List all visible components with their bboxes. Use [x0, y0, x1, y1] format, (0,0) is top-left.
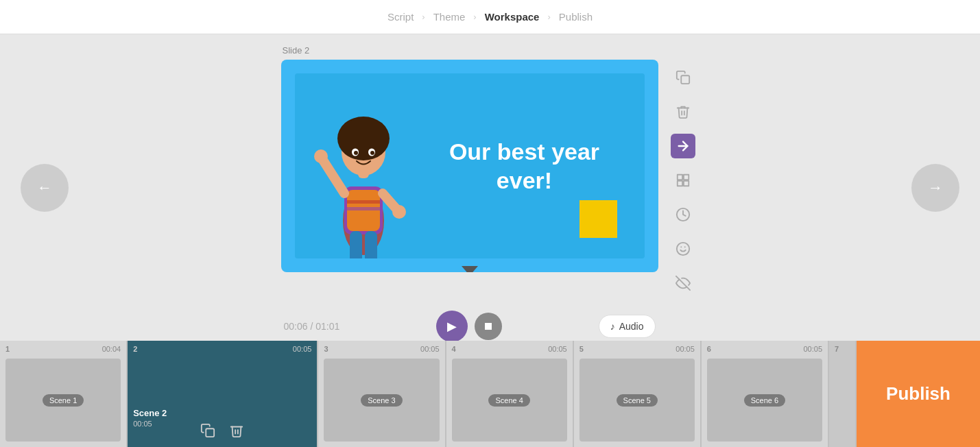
scene-2-time: 00:05 [293, 345, 312, 353]
scene-item-4[interactable]: 4 00:05 Scene 4 [446, 341, 574, 447]
svg-point-12 [392, 205, 406, 219]
scene-item-1[interactable]: 1 00:04 Scene 1 [0, 341, 128, 447]
character-illustration [309, 84, 418, 248]
svg-rect-22 [677, 175, 682, 180]
play-button[interactable]: ▶ [436, 311, 468, 341]
publish-button[interactable]: Publish [857, 341, 980, 447]
scene-3-num: 3 [324, 345, 328, 353]
nav-publish[interactable]: Publish [559, 11, 593, 23]
scene-4-badge: Scene 4 [488, 394, 529, 407]
svg-rect-5 [350, 231, 362, 258]
slide-container: Our best year ever! [281, 60, 700, 301]
scene-item-2[interactable]: 2 00:05 Scene 2 00:05 [128, 341, 318, 447]
slide-inner: Our best year ever! [295, 73, 645, 258]
svg-point-18 [354, 151, 358, 155]
right-arrow-icon: → [928, 179, 943, 197]
scene-5-num: 5 [579, 345, 584, 353]
scene-2-copy-icon[interactable] [200, 423, 215, 442]
copy-icon[interactable] [671, 65, 695, 90]
slide-area: Slide 2 [281, 45, 700, 341]
delete-icon[interactable] [671, 99, 695, 124]
scene-5-badge: Scene 5 [617, 394, 658, 407]
scene-2-num: 2 [133, 345, 137, 353]
scene-5-time: 00:05 [676, 345, 695, 353]
scene-6-badge: Scene 6 [744, 394, 785, 407]
nav-workspace[interactable]: Workspace [485, 11, 540, 23]
yellow-decoration [579, 200, 617, 238]
audio-label: Audio [619, 321, 644, 332]
scene-3-badge: Scene 3 [361, 394, 402, 407]
svg-rect-6 [365, 231, 377, 258]
slide-text: Our best year ever! [418, 137, 645, 195]
scene-1-time: 00:04 [102, 345, 121, 353]
audio-button[interactable]: ♪ Audio [599, 315, 656, 338]
scene-4-time: 00:05 [548, 345, 567, 353]
stop-button[interactable]: ⏹ [475, 313, 502, 340]
face-icon[interactable] [671, 237, 695, 261]
scene-2-actions [128, 423, 317, 442]
header-nav: Script › Theme › Workspace › Publish [0, 0, 980, 34]
scene-7-num: 7 [835, 345, 839, 353]
transition-icon[interactable] [671, 134, 695, 158]
playback-buttons: ▶ ⏹ [436, 311, 502, 341]
time-display: 00:06 / 01:01 [284, 321, 340, 332]
play-icon: ▶ [447, 319, 457, 334]
timer-icon[interactable] [671, 202, 695, 227]
scene-1-thumbnail: Scene 1 [5, 359, 121, 442]
right-toolbar [667, 60, 700, 301]
slide-preview: Our best year ever! [281, 60, 658, 272]
svg-rect-4 [347, 207, 380, 210]
svg-point-15 [337, 117, 390, 160]
svg-rect-25 [683, 181, 688, 186]
svg-rect-3 [347, 200, 380, 204]
svg-rect-24 [677, 181, 682, 186]
svg-rect-20 [681, 75, 689, 84]
timeline: 1 00:04 Scene 1 2 00:05 Scene 2 00:05 3 … [0, 341, 980, 447]
workspace-main: ← Slide 2 [0, 34, 980, 341]
scene-4-thumbnail: Scene 4 [452, 359, 567, 442]
next-slide-button[interactable]: → [911, 164, 959, 212]
svg-line-9 [322, 159, 344, 193]
svg-point-19 [370, 151, 374, 155]
scene-1-badge: Scene 1 [43, 394, 84, 407]
publish-label: Publish [886, 383, 951, 404]
scene-1-num: 1 [5, 345, 10, 353]
svg-point-11 [314, 149, 328, 163]
stop-icon: ⏹ [483, 320, 494, 333]
chevron-2-icon: › [473, 12, 476, 22]
svg-point-27 [676, 243, 689, 255]
chevron-3-icon: › [547, 12, 550, 22]
scene-2-name: Scene 2 [133, 408, 167, 418]
scene-3-time: 00:05 [420, 345, 440, 353]
scene-item-7[interactable]: 7 [829, 341, 857, 447]
scene-item-5[interactable]: 5 00:05 Scene 5 [574, 341, 702, 447]
music-icon: ♪ [610, 321, 615, 332]
layout-icon[interactable] [671, 168, 695, 193]
slide-label: Slide 2 [283, 45, 310, 56]
nav-script[interactable]: Script [387, 11, 414, 23]
scene-2-delete-icon[interactable] [229, 423, 244, 442]
scene-item-6[interactable]: 6 00:05 Scene 6 [702, 341, 829, 447]
triangle-icon [462, 266, 478, 272]
prev-slide-button[interactable]: ← [21, 164, 69, 212]
svg-rect-23 [683, 175, 688, 180]
hide-icon[interactable] [671, 271, 695, 295]
left-arrow-icon: ← [37, 179, 52, 197]
scene-4-num: 4 [452, 345, 456, 353]
scene-6-time: 00:05 [803, 345, 822, 353]
scene-3-thumbnail: Scene 3 [324, 359, 439, 442]
scene-5-thumbnail: Scene 5 [579, 359, 695, 442]
scene-6-num: 6 [707, 345, 711, 353]
slide-controls: 00:06 / 01:01 ▶ ⏹ ♪ Audio [281, 311, 658, 341]
scene-6-thumbnail: Scene 6 [707, 359, 822, 442]
svg-rect-31 [206, 428, 215, 437]
scene-item-3[interactable]: 3 00:05 Scene 3 [318, 341, 446, 447]
nav-theme[interactable]: Theme [433, 11, 466, 23]
chevron-1-icon: › [422, 12, 425, 22]
